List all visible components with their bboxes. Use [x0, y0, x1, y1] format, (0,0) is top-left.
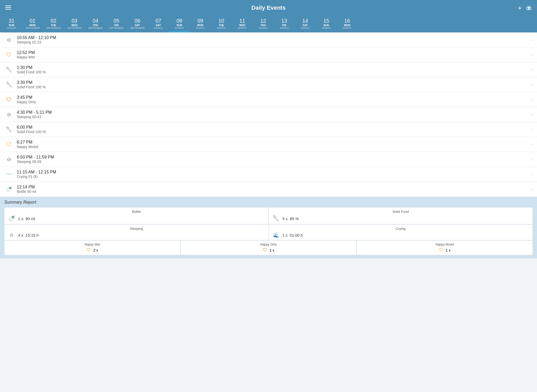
svg-rect-6 [528, 4, 530, 7]
summary-title: Summary Report: [4, 200, 533, 205]
bottle-content: 🍼 1 x 90 ml [8, 215, 265, 222]
solid-food-content: 🥄 5 x 85 % [272, 215, 529, 222]
event-row-2[interactable]: 🛡 12:52 PM Nappy Wet › [0, 47, 537, 62]
date-item-03-wed[interactable]: 03 WED SEPTEMBER [64, 16, 85, 32]
event-time-4: 3:30 PM [17, 80, 531, 85]
event-info-8: 6:27 PM Nappy Mixed [17, 140, 531, 149]
event-desc-5: Nappy Dirty [17, 100, 531, 104]
bottle-values: 1 x 90 ml [18, 216, 35, 221]
event-icon-food: 🥄 [4, 80, 14, 89]
crying-values: 1 x 01:00 h [282, 233, 303, 237]
chevron-icon-10: › [531, 172, 533, 177]
chevron-icon-4: › [531, 82, 533, 87]
event-desc-9: Sleeping 05:09 [17, 160, 531, 164]
date-item-07-sat[interactable]: 07 SAT MARCH [148, 16, 169, 32]
event-row-10[interactable]: 〰 11:15 AM - 12:15 PM Crying 01:00 › [0, 167, 537, 182]
bottle-icon: 🍼 [8, 215, 15, 222]
nappy-dirty-label: Nappy Dirty [184, 243, 353, 246]
event-row-3[interactable]: 🥄 1:30 PM Solid Food 100 % › [0, 62, 537, 77]
app-header: Daily Events + [0, 0, 537, 16]
event-icon-food: 🥄 [4, 125, 14, 134]
event-desc-10: Crying 01:00 [17, 175, 531, 179]
event-info-6: 4:30 PM - 5:11 PM Sleeping 00:41 [17, 110, 531, 119]
event-time-3: 1:30 PM [17, 65, 531, 70]
summary-grid: Bottle 🍼 1 x 90 ml Solid Food 🥄 5 x 85 %… [4, 207, 533, 240]
event-row-11[interactable]: 🍼 12:14 PM Bottle 90 ml › [0, 182, 537, 197]
nappy-wet-content: 🛡 2 x [8, 247, 177, 253]
event-row-6[interactable]: ⊖ 4:30 PM - 5:11 PM Sleeping 00:41 › [0, 107, 537, 122]
nappy-mixed-label: Nappy Mixed [360, 243, 529, 246]
event-icon-nappy-mixed: 🛡 [4, 140, 14, 149]
date-item-09-mon[interactable]: 09 MON MARCH [190, 16, 211, 32]
date-item-13-fri[interactable]: 13 FRI MARCH [274, 16, 295, 32]
crying-content: 🌊 1 x 01:00 h [272, 232, 530, 238]
chevron-icon-9: › [531, 157, 533, 162]
share-icon[interactable] [526, 4, 532, 12]
summary-row2: Sleeping ⊖ 4 x 15:15 h Crying 🌊 1 x 01:0… [4, 224, 533, 240]
header-left [5, 5, 11, 11]
event-info-7: 6:00 PM Solid Food 100 % [17, 125, 531, 134]
nappy-mixed-card: Nappy Mixed 🛡 1 x [357, 240, 533, 255]
date-item-05-fri[interactable]: 05 FRI SEPTEMBER [106, 16, 127, 32]
date-item-12-thu[interactable]: 12 THU MARCH [253, 16, 274, 32]
chevron-icon-2: › [531, 52, 533, 57]
event-desc-3: Solid Food 100 % [17, 70, 531, 74]
event-time-2: 12:52 PM [17, 50, 531, 55]
crying-label: Crying [272, 227, 530, 231]
svg-rect-2 [5, 9, 11, 10]
event-info-4: 3:30 PM Solid Food 100 % [17, 80, 531, 89]
date-item-16-mon[interactable]: 16 MON MARCH [337, 16, 358, 32]
event-desc-11: Bottle 90 ml [17, 189, 531, 194]
date-item-08-sun[interactable]: 08 SUN MARCH [169, 16, 190, 32]
event-time-10: 11:15 AM - 12:15 PM [17, 170, 531, 175]
cry-icon: 🌊 [272, 232, 280, 238]
svg-rect-1 [5, 7, 11, 8]
event-desc-7: Solid Food 100 % [17, 130, 531, 134]
event-icon-sleep: ⊖ [4, 110, 14, 119]
date-item-31-sun[interactable]: 31 SUN AUGUST [1, 16, 22, 32]
date-item-02-tue[interactable]: 02 TUE SEPTEMBER [43, 16, 64, 32]
date-item-01-mon[interactable]: 01 MON SEPTEMBER [22, 16, 43, 32]
event-info-2: 12:52 PM Nappy Wet [17, 50, 531, 59]
event-icon-nappy-dirty: 🛡 [4, 95, 14, 104]
nappy-mixed-content: 🛡 1 x [360, 247, 529, 253]
date-item-14-sat[interactable]: 14 SAT MARCH [295, 16, 316, 32]
date-item-10-tue[interactable]: 10 TUE MARCH [211, 16, 232, 32]
event-row-7[interactable]: 🥄 6:00 PM Solid Food 100 % › [0, 122, 537, 137]
add-icon[interactable]: + [518, 4, 522, 12]
date-item-15-sun[interactable]: 15 SUN MARCH [316, 16, 337, 32]
sleeping-values: 4 x 15:15 h [18, 233, 39, 237]
event-row-5[interactable]: 🛡 3:45 PM Nappy Dirty › [0, 92, 537, 107]
event-time-5: 3:45 PM [17, 95, 531, 100]
summary-sleeping: Sleeping ⊖ 4 x 15:15 h [4, 225, 268, 240]
event-row-4[interactable]: 🥄 3:30 PM Solid Food 100 % › [0, 77, 537, 92]
event-time-7: 6:00 PM [17, 125, 531, 130]
sleep-icon: ⊖ [8, 232, 15, 238]
summary-solid-food: Solid Food 🥄 5 x 85 % [268, 207, 533, 224]
solid-food-values: 5 x 85 % [282, 216, 299, 221]
chevron-icon-5: › [531, 97, 533, 102]
event-time-1: 10:55 AM - 12:10 PM [17, 35, 531, 40]
event-info-11: 12:14 PM Bottle 90 ml [17, 185, 531, 194]
event-icon-bottle: 🍼 [4, 184, 14, 194]
date-item-06-sat[interactable]: 06 SAT SEPTEMBER [127, 16, 148, 32]
event-desc-8: Nappy Mixed [17, 145, 531, 149]
event-icon-sleep: ⊖ [4, 155, 14, 164]
sleeping-content: ⊖ 4 x 15:15 h [8, 232, 265, 238]
event-row-9[interactable]: ⊖ 6:50 PM - 11:59 PM Sleeping 05:09 › [0, 152, 537, 167]
summary-section: Summary Report: Bottle 🍼 1 x 90 ml Solid… [0, 197, 537, 258]
nappy-wet-label: Nappy Wet [8, 243, 177, 246]
menu-icon[interactable] [5, 5, 11, 11]
event-row-8[interactable]: 🛡 6:27 PM Nappy Mixed › [0, 137, 537, 152]
event-desc-6: Sleeping 00:41 [17, 115, 531, 119]
event-row-1[interactable]: ⊖ 10:55 AM - 12:10 PM Sleeping 01:15 › [0, 32, 537, 47]
events-list: ⊖ 10:55 AM - 12:10 PM Sleeping 01:15 › 🛡… [0, 32, 537, 197]
svg-rect-0 [5, 6, 11, 6]
date-item-04-thu[interactable]: 04 THU SEPTEMBER [85, 16, 106, 32]
nappy-wet-card: Nappy Wet 🛡 2 x [4, 240, 180, 255]
event-info-1: 10:55 AM - 12:10 PM Sleeping 01:15 [17, 35, 531, 44]
date-item-11-wed[interactable]: 11 WED MARCH [232, 16, 253, 32]
nappy-dirty-card: Nappy Dirty 🛡 1 x [180, 240, 357, 255]
nappy-dirty-content: 🛡 1 x [184, 247, 353, 253]
chevron-icon-11: › [531, 187, 533, 192]
